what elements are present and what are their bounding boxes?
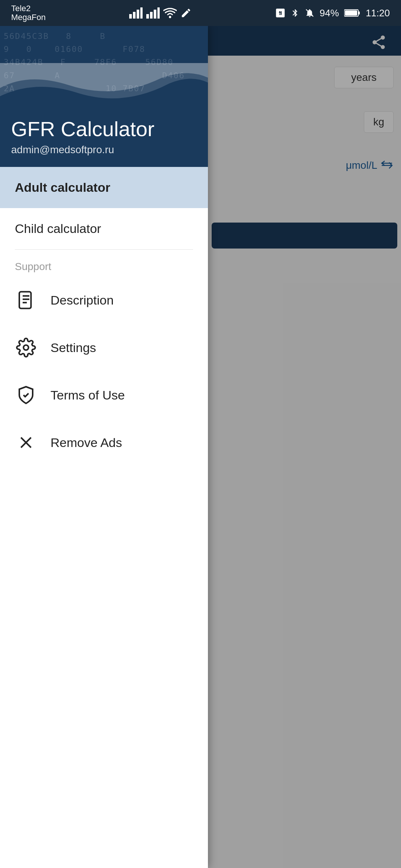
navigation-drawer: 56D45C3B 8 B 9 0 01600 F078 34B424B F 78…: [0, 26, 208, 868]
svg-rect-5: [150, 12, 153, 19]
nfc-icon: [275, 8, 286, 18]
settings-label: Settings: [50, 341, 96, 355]
dim-overlay[interactable]: [208, 26, 401, 868]
carrier-names: Tele2 MegaFon: [11, 4, 46, 22]
bluetooth-icon: [291, 8, 300, 18]
drawer-header: 56D45C3B 8 B 9 0 01600 F078 34B424B F 78…: [0, 26, 208, 167]
svg-rect-4: [146, 14, 149, 19]
description-icon: [15, 289, 37, 311]
carrier-info: Tele2 MegaFon: [11, 4, 46, 22]
svg-rect-11: [358, 11, 360, 14]
svg-rect-2: [137, 10, 139, 19]
svg-rect-0: [129, 14, 132, 19]
settings-icon: [15, 336, 37, 359]
terms-icon: [15, 384, 37, 406]
sidebar-item-child-calculator[interactable]: Child calculator: [0, 208, 208, 249]
svg-rect-6: [154, 10, 156, 19]
drawer-header-content: GFR Calculator admin@medsoftpro.ru: [0, 106, 208, 167]
svg-rect-3: [140, 7, 143, 19]
terms-label: Terms of Use: [50, 388, 125, 402]
svg-point-8: [169, 16, 171, 18]
notification-off-icon: [305, 8, 314, 18]
status-right: 94% 11:20: [275, 7, 390, 19]
child-calculator-label: Child calculator: [15, 221, 101, 236]
adult-calculator-label: Adult calculator: [15, 180, 110, 195]
wifi-icon: [163, 7, 177, 19]
clock: 11:20: [366, 7, 390, 19]
drawer-overlay: 56D45C3B 8 B 9 0 01600 F078 34B424B F 78…: [0, 26, 401, 868]
svg-rect-13: [19, 292, 31, 309]
sidebar-item-settings[interactable]: Settings: [0, 324, 208, 371]
sidebar-item-terms[interactable]: Terms of Use: [0, 371, 208, 419]
svg-rect-1: [133, 12, 136, 19]
battery-icon: [344, 9, 361, 17]
signal-icons: [129, 7, 192, 19]
signal2-icon: [146, 7, 160, 19]
app-email: admin@medsoftpro.ru: [11, 144, 197, 156]
sidebar-item-remove-ads[interactable]: Remove Ads: [0, 419, 208, 466]
sidebar-item-description[interactable]: Description: [0, 276, 208, 324]
signal1-icon: [129, 7, 143, 19]
svg-rect-12: [345, 10, 357, 16]
drawer-navigation: Adult calculator Child calculator Suppor…: [0, 167, 208, 868]
svg-point-17: [23, 345, 29, 350]
svg-rect-7: [157, 7, 160, 19]
description-label: Description: [50, 293, 114, 308]
remove-ads-icon: [15, 431, 37, 454]
edit-icon: [180, 7, 192, 19]
support-section-label: Support: [0, 250, 208, 276]
app-title: GFR Calculator: [11, 117, 197, 141]
battery-percentage: 94%: [320, 7, 339, 19]
sidebar-item-adult-calculator[interactable]: Adult calculator: [0, 167, 208, 208]
status-bar: Tele2 MegaFon: [0, 0, 401, 26]
remove-ads-label: Remove Ads: [50, 435, 122, 450]
